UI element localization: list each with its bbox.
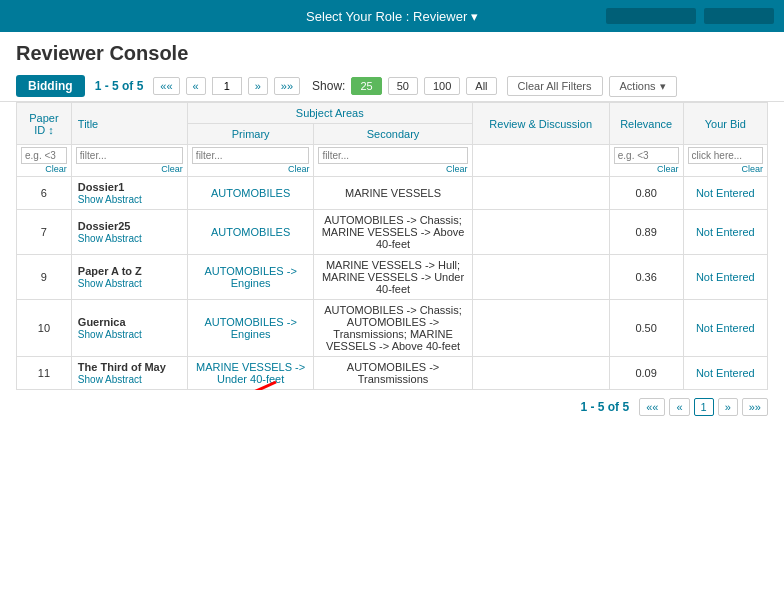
clear-primary-filter[interactable]: Clear <box>192 164 310 174</box>
filter-row: Clear Clear Clear Clear <box>17 145 768 177</box>
paper-title: Dossier1 <box>78 181 181 193</box>
col-header-relevance: Relevance <box>609 103 683 145</box>
table-row: 11The Third of MayShow AbstractMARINE VE… <box>17 357 768 390</box>
col-header-your-bid: Your Bid <box>683 103 767 145</box>
paper-id-10: 10 <box>17 300 72 357</box>
show-abstract-link[interactable]: Show Abstract <box>78 374 142 385</box>
clear-title-filter[interactable]: Clear <box>76 164 183 174</box>
col-header-secondary: Secondary <box>314 124 472 145</box>
col-header-subject-areas: Subject Areas <box>187 103 472 124</box>
filter-secondary[interactable] <box>318 147 467 164</box>
show-50[interactable]: 50 <box>388 77 418 95</box>
topbar: Select Your Role : Reviewer ▾ <box>0 0 784 32</box>
primary-1: AUTOMOBILES <box>187 210 314 255</box>
table-row: 9Paper A to ZShow AbstractAUTOMOBILES ->… <box>17 255 768 300</box>
relevance-1: 0.89 <box>609 210 683 255</box>
filter-review-cell <box>472 145 609 177</box>
table-row: 7Dossier25Show AbstractAUTOMOBILESAUTOMO… <box>17 210 768 255</box>
show-abstract-link[interactable]: Show Abstract <box>78 329 142 340</box>
pager-current-input[interactable] <box>212 77 242 95</box>
actions-button[interactable]: Actions ▾ <box>609 76 677 97</box>
pager-next[interactable]: » <box>248 77 268 95</box>
page-title: Reviewer Console <box>0 32 784 71</box>
col-header-title: Title <box>71 103 187 145</box>
filter-bid[interactable] <box>688 147 763 164</box>
relevance-2: 0.36 <box>609 255 683 300</box>
table-row: 6Dossier1Show AbstractAUTOMOBILESMARINE … <box>17 177 768 210</box>
primary-4: MARINE VESSELS -> Under 40-feet <box>187 357 314 390</box>
user-area-2 <box>704 8 774 24</box>
filter-paper-id[interactable] <box>21 147 67 164</box>
filter-bid-cell: Clear <box>683 145 767 177</box>
tab-bidding[interactable]: Bidding <box>16 75 85 97</box>
bid-1[interactable]: Not Entered <box>683 210 767 255</box>
relevance-4: 0.09 <box>609 357 683 390</box>
primary-2: AUTOMOBILES -> Engines <box>187 255 314 300</box>
secondary-1: AUTOMOBILES -> Chassis; MARINE VESSELS -… <box>314 210 472 255</box>
relevance-0: 0.80 <box>609 177 683 210</box>
secondary-2: MARINE VESSELS -> Hull; MARINE VESSELS -… <box>314 255 472 300</box>
show-25[interactable]: 25 <box>351 77 381 95</box>
col-header-primary: Primary <box>187 124 314 145</box>
bottom-page-info: 1 - 5 of 5 <box>580 400 629 414</box>
toolbar: Bidding 1 - 5 of 5 «« « » »» Show: 25 50… <box>0 71 784 102</box>
review-4 <box>472 357 609 390</box>
bottom-pager-first[interactable]: «« <box>639 398 665 416</box>
secondary-4: AUTOMOBILES -> Transmissions <box>314 357 472 390</box>
col-header-paper-id: Paper ID ↕ <box>17 103 72 145</box>
clear-all-filters-button[interactable]: Clear All Filters <box>507 76 603 96</box>
bid-4[interactable]: Not Entered <box>683 357 767 390</box>
review-2 <box>472 255 609 300</box>
paper-id-6: 6 <box>17 177 72 210</box>
primary-0: AUTOMOBILES <box>187 177 314 210</box>
bid-3[interactable]: Not Entered <box>683 300 767 357</box>
filter-secondary-cell: Clear <box>314 145 472 177</box>
papers-table: Paper ID ↕ Title Subject Areas Review & … <box>16 102 768 390</box>
title-2: Paper A to ZShow Abstract <box>71 255 187 300</box>
paper-title: Dossier25 <box>78 220 181 232</box>
clear-secondary-filter[interactable]: Clear <box>318 164 467 174</box>
show-abstract-link[interactable]: Show Abstract <box>78 278 142 289</box>
bottom-bar: 1 - 5 of 5 «« « 1 » »» <box>0 390 784 424</box>
title-4: The Third of MayShow Abstract <box>71 357 187 390</box>
page-info: 1 - 5 of 5 <box>95 79 144 93</box>
pager-first[interactable]: «« <box>153 77 179 95</box>
paper-id-7: 7 <box>17 210 72 255</box>
topbar-center: Select Your Role : Reviewer ▾ <box>306 9 478 24</box>
show-abstract-link[interactable]: Show Abstract <box>78 233 142 244</box>
show-all[interactable]: All <box>466 77 496 95</box>
title-3: GuernicaShow Abstract <box>71 300 187 357</box>
pager-prev[interactable]: « <box>186 77 206 95</box>
show-abstract-link[interactable]: Show Abstract <box>78 194 142 205</box>
clear-relevance-filter[interactable]: Clear <box>614 164 679 174</box>
relevance-3: 0.50 <box>609 300 683 357</box>
filter-relevance-cell: Clear <box>609 145 683 177</box>
bottom-pager-last[interactable]: »» <box>742 398 768 416</box>
bottom-pager-prev[interactable]: « <box>669 398 689 416</box>
role-dropdown[interactable]: Reviewer ▾ <box>413 9 478 24</box>
pager-last[interactable]: »» <box>274 77 300 95</box>
filter-relevance[interactable] <box>614 147 679 164</box>
table-wrapper: Paper ID ↕ Title Subject Areas Review & … <box>0 102 784 390</box>
filter-primary-cell: Clear <box>187 145 314 177</box>
paper-title: The Third of May <box>78 361 181 373</box>
sort-icon[interactable]: ↕ <box>48 124 54 136</box>
paper-id-9: 9 <box>17 255 72 300</box>
select-role-label: Select Your Role : <box>306 9 409 24</box>
paper-id-11: 11 <box>17 357 72 390</box>
review-3 <box>472 300 609 357</box>
filter-primary[interactable] <box>192 147 310 164</box>
clear-bid-filter[interactable]: Clear <box>688 164 763 174</box>
bottom-pager-current[interactable]: 1 <box>694 398 714 416</box>
bid-2[interactable]: Not Entered <box>683 255 767 300</box>
col-header-review: Review & Discussion <box>472 103 609 145</box>
filter-paper-id-cell: Clear <box>17 145 72 177</box>
filter-title[interactable] <box>76 147 183 164</box>
clear-paper-id-filter[interactable]: Clear <box>21 164 67 174</box>
topbar-right <box>606 8 774 24</box>
bid-0[interactable]: Not Entered <box>683 177 767 210</box>
review-1 <box>472 210 609 255</box>
show-100[interactable]: 100 <box>424 77 460 95</box>
primary-3: AUTOMOBILES -> Engines <box>187 300 314 357</box>
bottom-pager-next[interactable]: » <box>718 398 738 416</box>
